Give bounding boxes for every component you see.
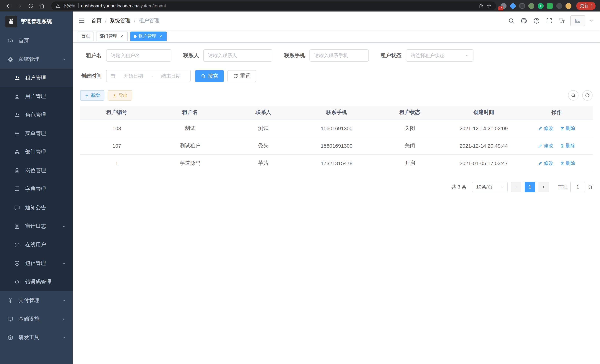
sidebar-item-audit-log[interactable]: 审计日志 (0, 217, 73, 236)
cell-tenant-name: 芋道源码 (153, 154, 227, 172)
extension-badge: 10 (498, 6, 503, 10)
extension-icon-olive[interactable] (528, 3, 534, 9)
header-contact: 联系人 (227, 106, 300, 120)
tag-dept[interactable]: 部门管理 × (96, 31, 128, 41)
tenants-icon (14, 75, 20, 81)
header-created: 创建时间 (447, 106, 521, 120)
cell-status: 开启 (373, 154, 447, 172)
tag-tenant[interactable]: 租户管理 × (130, 31, 167, 41)
tag-label: 租户管理 (138, 33, 156, 39)
address-bar[interactable]: 不安全 dashboard.yudao.iocoder.cn/system/te… (51, 1, 496, 10)
extensions-puzzle-icon[interactable] (556, 3, 562, 9)
delete-link[interactable]: 删除 (560, 142, 575, 149)
goto-page-input[interactable] (570, 182, 585, 192)
hamburger-icon[interactable] (78, 17, 85, 25)
browser-back-button[interactable] (4, 1, 13, 10)
breadcrumb-separator: / (105, 18, 106, 24)
edit-link[interactable]: 修改 (538, 142, 553, 149)
close-icon[interactable]: × (119, 34, 124, 39)
tags-view: 首页 部门管理 × 租户管理 × (73, 30, 600, 43)
tag-home[interactable]: 首页 (78, 31, 94, 41)
refresh-table-button[interactable] (582, 90, 593, 101)
browser-forward-button[interactable] (15, 1, 25, 10)
breadcrumb-system[interactable]: 系统管理 (110, 18, 131, 24)
profile-avatar[interactable] (565, 3, 572, 9)
header-tenant-name: 租户名 (153, 106, 227, 120)
sidebar-item-tenant[interactable]: 租户管理 (0, 69, 73, 87)
prev-page-button[interactable] (511, 182, 521, 192)
total-count: 共 3 条 (451, 184, 466, 190)
search-button[interactable]: 搜索 (195, 70, 224, 82)
avatar-caret-icon[interactable] (590, 19, 593, 23)
search-icon (201, 73, 206, 78)
delete-link[interactable]: 删除 (560, 160, 575, 166)
add-button[interactable]: 新增 (80, 90, 104, 101)
contact-input[interactable] (203, 49, 272, 62)
edit-link[interactable]: 修改 (538, 160, 553, 166)
status-label: 租户状态 (381, 52, 402, 59)
extension-icon-green-square[interactable] (547, 3, 553, 9)
system-submenu: 租户管理 用户管理 角色管理 菜单管理 (0, 69, 73, 291)
sidebar-item-dict[interactable]: 字典管理 (0, 180, 73, 198)
page-size-select[interactable]: 10条/页 (472, 182, 508, 192)
bookmark-star-icon[interactable] (487, 3, 492, 8)
tenant-name-input[interactable] (106, 49, 171, 62)
signal-icon (14, 242, 20, 248)
fullscreen-icon[interactable] (545, 17, 553, 25)
sidebar-item-error-code[interactable]: 错误码管理 (0, 273, 73, 291)
browser-reload-button[interactable] (26, 1, 36, 10)
security-label[interactable]: 不安全 (63, 3, 75, 9)
page-1-button[interactable]: 1 (525, 182, 535, 192)
search-icon (571, 93, 576, 98)
sidebar-item-payment[interactable]: 支付管理 (0, 291, 73, 310)
chevron-down-icon (62, 261, 66, 266)
download-icon (112, 93, 117, 98)
extension-icon-blue[interactable] (509, 2, 516, 9)
sidebar-item-online-users[interactable]: 在线用户 (0, 236, 73, 254)
extension-icon-dark[interactable] (519, 3, 525, 9)
status-select[interactable]: 请选择租户状态 (406, 49, 473, 62)
create-time-range-picker[interactable]: 开始日期 - 结束日期 (106, 70, 191, 82)
cell-created: 2021-12-14 20:49:44 (447, 137, 521, 154)
sidebar-item-home[interactable]: 首页 (0, 32, 73, 50)
sidebar-item-system[interactable]: 系统管理 (0, 50, 73, 69)
sidebar-item-posts[interactable]: 岗位管理 (0, 161, 73, 180)
delete-link[interactable]: 删除 (560, 125, 575, 131)
cell-actions: 修改 删除 (521, 137, 593, 154)
app-logo[interactable]: 芋道管理系统 (0, 11, 73, 32)
extension-icon-adblock[interactable]: 10 (501, 3, 506, 9)
font-size-icon[interactable] (558, 17, 566, 25)
calendar-icon (110, 73, 115, 78)
help-icon[interactable] (533, 17, 541, 25)
browser-menu-icon[interactable] (590, 3, 594, 8)
close-icon[interactable]: × (158, 34, 163, 39)
sidebar-menu: 首页 系统管理 租户管理 用户管理 (0, 32, 73, 364)
browser-home-button[interactable] (37, 1, 47, 10)
extension-icon-green-y[interactable]: Y (538, 3, 544, 9)
next-page-button[interactable] (538, 182, 549, 192)
sidebar-item-menus[interactable]: 菜单管理 (0, 124, 73, 143)
sidebar-item-depts[interactable]: 部门管理 (0, 143, 73, 161)
sidebar-item-roles[interactable]: 角色管理 (0, 106, 73, 124)
browser-update-button[interactable]: 更新 (576, 2, 596, 10)
header-search-icon[interactable] (507, 17, 516, 25)
sidebar-item-infra[interactable]: 基础设施 (0, 310, 73, 328)
sidebar-item-notice[interactable]: 通知公告 (0, 198, 73, 217)
reset-button[interactable]: 重置 (227, 70, 256, 82)
sidebar-item-devtools[interactable]: 研发工具 (0, 328, 73, 347)
header-phone: 联系手机 (300, 106, 373, 120)
sidebar-item-sms[interactable]: 短信管理 (0, 254, 73, 273)
user-avatar[interactable] (570, 15, 585, 26)
share-icon[interactable] (479, 3, 484, 8)
phone-input[interactable] (309, 49, 369, 62)
cell-created: 2021-01-05 17:03:47 (447, 154, 521, 172)
breadcrumb-home[interactable]: 首页 (91, 18, 102, 24)
sidebar-item-users[interactable]: 用户管理 (0, 87, 73, 106)
cell-contact: 测试 (227, 120, 300, 137)
edit-icon (538, 143, 543, 148)
toggle-search-button[interactable] (568, 90, 579, 101)
export-button[interactable]: 导出 (108, 90, 132, 101)
badge-icon (14, 168, 20, 174)
edit-link[interactable]: 修改 (538, 125, 553, 131)
github-icon[interactable] (520, 17, 528, 25)
